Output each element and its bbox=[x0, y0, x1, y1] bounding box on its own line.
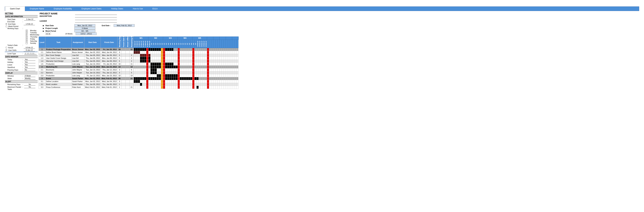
gantt-cell bbox=[211, 66, 213, 68]
table-row[interactable]: 3EventSarah ParkerMon, Jan 02, 2012Wed, … bbox=[39, 77, 134, 80]
gantt-cell bbox=[236, 60, 238, 63]
week-header bbox=[232, 37, 238, 40]
cell: 11 bbox=[130, 62, 134, 65]
description-input-1[interactable] bbox=[75, 15, 117, 18]
param-start-date-label: Start Date bbox=[46, 25, 74, 27]
gantt-cell bbox=[213, 68, 216, 71]
today-val[interactable]: Yes bbox=[24, 58, 36, 61]
cell: John Wayne bbox=[72, 65, 84, 68]
nav-prev-icon[interactable]: ◄ bbox=[46, 33, 48, 35]
gantt-cell bbox=[184, 80, 186, 83]
cell: 1.1 bbox=[39, 51, 46, 54]
userdef-radio[interactable] bbox=[6, 49, 7, 51]
table-row[interactable]: 3.1Define LocationSarah ParkerMon, Jan 0… bbox=[39, 80, 134, 83]
table-row[interactable]: 2.1BrochuresJohn WayneTue, Jan 10, 2012T… bbox=[39, 68, 134, 71]
gantt-cell bbox=[155, 80, 157, 83]
actual-radio[interactable] bbox=[6, 47, 7, 48]
level-type-input[interactable]: 1; 1.1; 1.1.1; .. bbox=[24, 52, 37, 55]
cell bbox=[122, 74, 126, 77]
gantt-cell bbox=[148, 68, 150, 71]
ribbon-tab-employee-name[interactable]: Employee Name bbox=[25, 7, 49, 11]
slider-val[interactable]: Weekly bbox=[24, 77, 36, 80]
window-val[interactable]: 8 Week bbox=[24, 75, 36, 77]
gantt-cell bbox=[196, 80, 199, 83]
holiday-val[interactable]: Yes bbox=[24, 61, 36, 63]
ribbon-tab-employee-availability[interactable]: Employee Availability bbox=[49, 7, 77, 11]
actual-opt-label: Actual bbox=[8, 47, 24, 49]
gantt-cell bbox=[178, 80, 180, 83]
nav-arrows[interactable]: ◄► bbox=[46, 33, 51, 35]
end-date-radio[interactable] bbox=[6, 23, 7, 25]
day-header: ## bbox=[176, 40, 178, 48]
table-row[interactable]: 3.3Press ConferencePeter KentWed, Feb 01… bbox=[39, 86, 134, 89]
checkbox-thursday[interactable] bbox=[26, 36, 28, 38]
gantt-cell bbox=[199, 80, 201, 83]
end-date-input[interactable]: 1-Feb-12 bbox=[24, 23, 35, 25]
table-row[interactable]: 2.2BannersJohn HarperTue, Jan 10, 2012Th… bbox=[39, 71, 134, 74]
table-row[interactable]: 2.3ProductionLois LangFri, Jan 13, 2012M… bbox=[39, 74, 134, 77]
day-header bbox=[236, 40, 238, 48]
table-row[interactable]: 3.2Book LocationSarah ParkerThu, Jan 05,… bbox=[39, 83, 134, 86]
leader-input[interactable] bbox=[75, 20, 117, 23]
table-row[interactable]: 1.3User Guide Cover DesignLisa GirlThu, … bbox=[39, 57, 134, 60]
nav-next-icon[interactable]: ► bbox=[48, 33, 51, 35]
checkbox-saturday[interactable] bbox=[26, 40, 28, 42]
cell: 2 bbox=[130, 57, 134, 60]
cell bbox=[126, 51, 130, 54]
table-row[interactable]: 1.2Box Cover DesignLisa GirlThu, Jan 05,… bbox=[39, 54, 134, 57]
gantt-cell bbox=[144, 48, 146, 51]
gantt-cell bbox=[213, 83, 216, 86]
cell: 1.5 bbox=[39, 62, 46, 65]
day-label-sunday: Sunday bbox=[30, 42, 36, 44]
gantt-cell bbox=[134, 83, 136, 86]
ribbon-tab-gantt-chart[interactable]: Gantt Chart bbox=[5, 7, 25, 11]
gantt-cell bbox=[203, 54, 205, 57]
cell: Mon, Jan 23, 2012 bbox=[101, 74, 118, 77]
gantt-cell bbox=[224, 86, 226, 89]
maxpar-val[interactable]: No bbox=[24, 86, 36, 88]
checkbox-monday[interactable] bbox=[26, 30, 28, 32]
start-date-input[interactable]: 2-Jan-12 bbox=[24, 18, 36, 21]
table-row[interactable]: 2Marketing KitJohn WayneTue, Jan 10, 201… bbox=[39, 65, 134, 68]
leave-val[interactable]: Yes bbox=[24, 63, 36, 66]
gantt-cell bbox=[172, 74, 174, 77]
checkbox-wednesday[interactable] bbox=[26, 34, 27, 36]
passing-val[interactable]: No bbox=[24, 69, 36, 71]
project-name-input[interactable] bbox=[75, 13, 117, 15]
gantt-cell bbox=[140, 66, 142, 68]
ribbon-tab-how-to-use[interactable]: How to Use bbox=[128, 7, 148, 11]
gantt-cell bbox=[172, 77, 174, 80]
week-period-radio[interactable] bbox=[6, 26, 7, 27]
description-input-2[interactable] bbox=[75, 18, 117, 20]
ribbon-tab-employee-leave-dates[interactable]: Employee Leave Dates bbox=[77, 7, 106, 11]
remaining-val[interactable]: No bbox=[24, 83, 36, 85]
gantt-cell bbox=[176, 83, 178, 86]
gantt-cell bbox=[226, 66, 228, 68]
checkbox-friday[interactable] bbox=[26, 38, 28, 40]
gantt-cell bbox=[203, 51, 205, 54]
ribbon-tab-holiday-dates[interactable]: Holiday Dates bbox=[106, 7, 128, 11]
gantt-cell bbox=[146, 77, 148, 80]
cell: Thu, Jan 05, 2012 bbox=[84, 54, 101, 57]
actual-date[interactable]: 6-Feb-12 bbox=[24, 46, 35, 49]
gantt-cell bbox=[157, 77, 159, 80]
gantt-cell bbox=[148, 60, 150, 63]
table-row[interactable]: 1.1Define Brand NameBruce JennerMon, Jan… bbox=[39, 51, 134, 54]
cell: 5 bbox=[118, 57, 122, 60]
table-row[interactable]: 1Product Package PreparationBruce Jenner… bbox=[39, 48, 134, 51]
checkbox-tuesday[interactable] bbox=[26, 32, 28, 34]
startend-val[interactable]: Yes bbox=[24, 66, 36, 68]
gantt-cell bbox=[169, 80, 172, 83]
day-header bbox=[207, 40, 209, 48]
gantt-cell bbox=[186, 86, 188, 89]
gantt-cell bbox=[232, 68, 234, 71]
table-row[interactable]: 1.4Warranty Card DesignLisa GirlThu, Jan… bbox=[39, 60, 134, 62]
gantt-cell bbox=[226, 68, 228, 71]
userdef-date[interactable]: 8-Jan-12 bbox=[24, 49, 35, 51]
checkbox-sunday[interactable] bbox=[26, 42, 28, 44]
table-row[interactable]: 1.5ProductionLois LangTue, Jan 10, 2012F… bbox=[39, 62, 134, 65]
gantt-cell bbox=[153, 77, 155, 80]
gantt-cell bbox=[142, 57, 144, 60]
ribbon-tab-eula[interactable]: EULA bbox=[148, 7, 162, 11]
gantt-cell bbox=[220, 60, 222, 63]
